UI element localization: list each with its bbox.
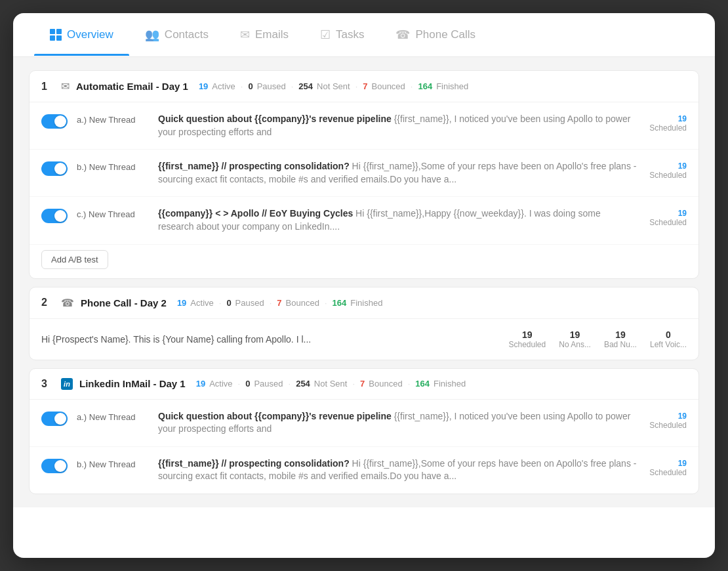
app-window: Overview 👥 Contacts ✉ Emails ☑ Tasks ☎ P… [13,13,715,558]
section-header-2: 2 ☎ Phone Call - Day 2 19 Active · 0 Pau… [30,287,698,319]
pc-stat-badnum: 19 Bad Nu... [604,329,637,349]
stat-active-label-1: Active [212,81,235,91]
section-header-3: 3 in Linkedin InMail - Day 1 19 Active ·… [30,369,698,400]
toggle-3a[interactable] [41,412,68,426]
section-stats-2: 19 Active · 0 Paused · 7 Bounced · 164 F… [177,298,382,308]
pc-stat-noanswer-num: 19 [559,329,591,340]
email-content-3b[interactable]: {{first_name}} // prospecting consolidat… [158,457,638,483]
section-stats-1: 19 Active · 0 Paused · 254 Not Sent · 7 … [199,81,468,91]
toggle-1a[interactable] [41,114,68,129]
email-count-1b: 19Scheduled [647,161,687,180]
stat-finished-num-2: 164 [333,298,347,308]
nav-label-phone-calls: Phone Calls [415,28,475,41]
stat-finished-num-1: 164 [418,81,432,91]
stat-paused-label-2: Paused [235,298,264,308]
stat-notsent-label-3: Not Sent [314,379,348,389]
email-content-3a[interactable]: Quick question about {{company}}'s reven… [158,410,638,436]
email-section-icon: ✉ [61,80,70,93]
email-subject-3a: Quick question about {{company}}'s reven… [158,410,638,436]
stat-bounced-label-1: Bounced [372,81,405,91]
stat-notsent-num-1: 254 [298,81,313,91]
section-title-1: Automatic Email - Day 1 [76,81,188,92]
phone-section-icon: ☎ [61,297,74,309]
stat-paused-num-3: 0 [245,379,250,389]
email-count-3a: 19Scheduled [647,412,687,430]
stat-paused-label-3: Paused [254,379,283,389]
email-subject-1a: Quick question about {{company}}'s reven… [158,113,638,138]
section-card-2: 2 ☎ Phone Call - Day 2 19 Active · 0 Pau… [29,287,699,360]
task-icon: ☑ [320,28,331,42]
thread-label-1b: b.) New Thread [77,162,149,172]
stat-notsent-num-3: 254 [296,379,310,389]
section-header-1: 1 ✉ Automatic Email - Day 1 19 Active · … [30,71,698,102]
stat-bounced-label-2: Bounced [286,298,319,308]
email-content-1a[interactable]: Quick question about {{company}}'s reven… [158,113,638,138]
nav-label-contacts: Contacts [165,28,209,41]
stat-active-num-1: 19 [199,81,208,91]
nav-item-phone-calls[interactable]: ☎ Phone Calls [380,13,491,56]
email-content-1c[interactable]: {{company}} < > Apollo // EoY Buying Cyc… [158,207,638,233]
pc-stat-scheduled: 19 Scheduled [509,329,546,349]
section-number-2: 2 [41,297,54,308]
email-row-1c: c.) New Thread {{company}} < > Apollo //… [30,197,698,244]
email-row-3b: b.) New Thread {{first_name}} // prospec… [30,447,698,494]
nav-item-tasks[interactable]: ☑ Tasks [304,13,380,56]
stat-active-num-3: 19 [196,379,205,389]
phone-icon: ☎ [395,28,410,42]
email-icon: ✉ [240,28,250,42]
stat-notsent-label-1: Not Sent [317,81,350,91]
pc-stat-leftvoice-label: Left Voic... [650,340,687,349]
email-subject-3b: {{first_name}} // prospecting consolidat… [158,457,638,483]
pc-stat-badnum-num: 19 [604,329,637,340]
email-subject-1b: {{first_name}} // prospecting consolidat… [158,160,638,186]
stat-bounced-num-2: 7 [277,298,281,308]
grid-icon [50,29,62,41]
nav-bar: Overview 👥 Contacts ✉ Emails ☑ Tasks ☎ P… [13,13,715,57]
nav-item-overview[interactable]: Overview [34,14,129,56]
thread-label-1a: a.) New Thread [77,115,149,125]
phone-call-text: Hi {Prospect's Name}. This is {Your Name… [41,334,509,345]
nav-label-tasks: Tasks [336,28,364,41]
phone-call-row: Hi {Prospect's Name}. This is {Your Name… [30,319,698,360]
toggle-3b[interactable] [41,459,68,473]
toggle-1c[interactable] [41,209,68,223]
section-title-3: Linkedin InMail - Day 1 [79,378,186,389]
stat-bounced-label-3: Bounced [369,379,402,389]
pc-stat-scheduled-label: Scheduled [509,340,546,349]
stat-paused-num-1: 0 [248,81,253,91]
stat-bounced-num-1: 7 [363,81,367,91]
email-count-3b: 19Scheduled [647,459,687,477]
nav-item-contacts[interactable]: 👥 Contacts [129,13,224,56]
stat-active-label-2: Active [190,298,213,308]
nav-label-overview: Overview [67,28,113,41]
phone-call-stats: 19 Scheduled 19 No Ans... 19 Bad Nu... 0… [509,329,687,349]
pc-stat-badnum-label: Bad Nu... [604,340,637,349]
linkedin-icon: in [61,378,73,390]
stat-finished-num-3: 164 [415,379,430,389]
nav-item-emails[interactable]: ✉ Emails [224,13,304,56]
thread-label-3a: a.) New Thread [77,412,149,422]
ab-test-label-1[interactable]: Add A/B test [41,250,108,269]
section-card-3: 3 in Linkedin InMail - Day 1 19 Active ·… [29,368,699,494]
pc-stat-leftvoice-num: 0 [650,329,687,340]
contacts-icon: 👥 [145,28,159,42]
ab-test-button-1[interactable]: Add A/B test [30,245,698,278]
email-row-3a: a.) New Thread Quick question about {{co… [30,400,698,447]
thread-label-3b: b.) New Thread [77,459,149,469]
nav-label-emails: Emails [255,28,289,41]
stat-active-label-3: Active [209,379,232,389]
pc-stat-noanswer: 19 No Ans... [559,329,591,349]
thread-label-1c: c.) New Thread [77,209,149,219]
pc-stat-scheduled-num: 19 [509,329,546,340]
stat-paused-num-2: 0 [226,298,231,308]
email-content-1b[interactable]: {{first_name}} // prospecting consolidat… [158,160,638,186]
stat-bounced-num-3: 7 [360,379,365,389]
stat-finished-label-2: Finished [350,298,382,308]
email-row-1b: b.) New Thread {{first_name}} // prospec… [30,150,698,197]
email-count-1c: 19Scheduled [647,209,687,227]
email-subject-1c: {{company}} < > Apollo // EoY Buying Cyc… [158,207,638,233]
section-number-3: 3 [41,378,54,390]
pc-stat-noanswer-label: No Ans... [559,340,591,349]
section-stats-3: 19 Active · 0 Paused · 254 Not Sent · 7 … [196,379,466,389]
toggle-1b[interactable] [41,161,68,176]
